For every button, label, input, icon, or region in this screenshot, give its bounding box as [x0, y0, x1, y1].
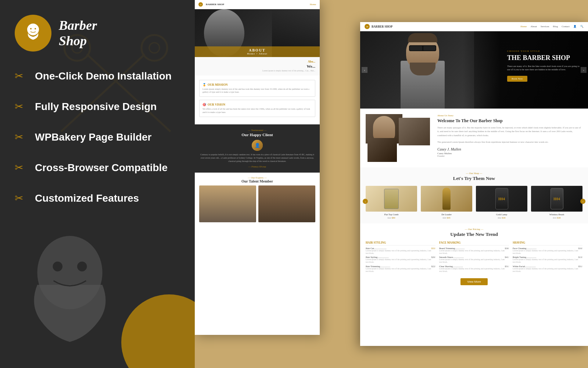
head	[406, 35, 439, 70]
pricing-cat-hair: HAIR STYLING	[366, 241, 435, 245]
shop-carousel-prev[interactable]: ‹	[363, 199, 368, 204]
pricing-item-beardtrimming: Beard Trimming................ Lorem ips…	[439, 247, 509, 255]
feature-item-responsive: ✂ Fully Responsive Design	[15, 100, 180, 113]
view-more-button[interactable]: View More	[460, 278, 488, 285]
mr-nav-services[interactable]: Services	[541, 25, 549, 28]
photo-3-content	[368, 138, 397, 162]
mr-about-text: About Us Story Welcome To The Our Barber…	[437, 114, 582, 162]
ml-nav-home: Home	[310, 3, 316, 6]
mr-about-desc-2: The generated Lorem Ipsum therefore alwa…	[437, 140, 582, 144]
pricing-item-clearshaving: Clear Shaving................. Lorem ips…	[439, 265, 509, 273]
mr-shop-section: — Our Shop — Let's Try Them Now Flat Top…	[360, 167, 588, 223]
mr-logo-icon: ✂	[365, 24, 370, 29]
mr-nav-search-icon[interactable]: 🔍	[580, 25, 584, 28]
feature-text-one-click: One-Click Demo Installation	[35, 70, 172, 82]
mr-about-title: Welcome To The Our Barber Shop	[437, 118, 582, 124]
product-visual-4: H04	[551, 188, 563, 209]
pricing-item-haircut-price: $55/	[431, 247, 435, 255]
mr-hero-desc: There are many of it. But the fake words…	[507, 64, 581, 72]
mr-nav-home[interactable]: Home	[520, 25, 527, 28]
mr-brand-name: BARBER SHOP	[372, 25, 392, 28]
ml-testimonial-title: Our Happy Client	[199, 132, 315, 137]
mr-about-photo-3	[368, 138, 397, 162]
ml-hero-breadcrumb: Home > About	[198, 52, 316, 55]
pricing-item-hairstyling-name: Hair Styling................... Lorem ip…	[366, 256, 431, 263]
carousel-prev-btn[interactable]: ‹	[362, 67, 368, 73]
mr-nav-blog[interactable]: Blog	[553, 25, 558, 28]
mr-nav-logo: ✂ BARBER SHOP	[365, 24, 392, 29]
mr-hero-btn[interactable]: Book Now	[507, 76, 527, 82]
brand-name: Barber Shop	[59, 18, 97, 49]
shop-carousel-next[interactable]: ›	[580, 199, 585, 204]
mr-hero-man-container	[371, 31, 474, 109]
feature-item-wpbakery: ✂ WPBakery Page Builder	[15, 131, 180, 143]
ml-hero-about-label: ABOUT Home > About	[195, 46, 320, 57]
pricing-item-hairstyling: Hair Styling................... Lorem ip…	[366, 256, 435, 263]
product-img-2	[421, 186, 472, 212]
mr-about-signature: Casey J. Mullen	[437, 147, 582, 151]
mr-about-photo-2	[399, 118, 430, 145]
product-price-1: $22 $80	[366, 216, 417, 219]
product-name-3: Gold Lamp	[476, 213, 527, 216]
svg-point-10	[30, 28, 32, 29]
beard-watermark-icon	[7, 232, 132, 346]
mr-hero-choose: CHOOSE YOUR STYLE	[507, 50, 581, 53]
pricing-cat-face: FACE MASKING	[439, 241, 509, 245]
pricing-item-clearshaving-name: Clear Shaving................. Lorem ips…	[439, 265, 505, 273]
ml-vision-card: 🎯 OUR VISION We offers a rock of all the…	[199, 100, 315, 117]
pricing-item-brighttuning-price: $13/	[578, 256, 582, 263]
ml-mission-card: 🏅 OUR MISSION Lorem ipsum simply dummy t…	[199, 80, 315, 97]
product-de-loader: De Loader $30 $45	[421, 186, 472, 219]
features-list: ✂ One-Click Demo Installation ✂ Fully Re…	[0, 59, 195, 234]
ml-mission-text: Lorem ipsum simply dummy text of the and…	[202, 88, 312, 94]
right-panel: ✂ BARBER SHOP Home ABOUT Home > About Ab…	[195, 0, 588, 368]
svg-point-8	[77, 262, 87, 272]
sunglasses	[409, 45, 436, 51]
pricing-item-hairtrimming: Hair Trimming................. Lorem ips…	[366, 265, 435, 273]
product-flat-top-comb: Flat Top Comb $22 $80	[366, 186, 417, 219]
mr-nav-about[interactable]: About	[530, 25, 537, 28]
pricing-item-smoothshave-price: $41/	[505, 256, 509, 263]
mr-nav-links: Home About Services Blog Contact 👤 🔍	[520, 25, 584, 28]
feature-item-crossbrowser: ✂ Cross-Browser Compatible	[15, 162, 180, 174]
product-name-2: De Loader	[421, 213, 472, 216]
ml-logo-icon: ✂	[198, 2, 203, 7]
left-panel: Barber Shop ✂ One-Click Demo Installatio…	[0, 0, 195, 368]
ml-about-label: Abo...	[199, 60, 315, 63]
mr-about-photos	[366, 114, 432, 162]
lens-right	[423, 46, 436, 50]
hair	[408, 33, 437, 42]
ml-team-photo-1	[199, 185, 256, 222]
pricing-item-whitefacial-price: $51/	[578, 265, 582, 273]
pricing-item-facecleaning: Face Cleaning................. Lorem ips…	[513, 247, 582, 255]
mr-shop-label: — Our Shop —	[366, 172, 582, 175]
scissors-icon-4: ✂	[15, 162, 28, 174]
pricing-item-beardtrimming-name: Beard Trimming................ Lorem ips…	[439, 247, 505, 255]
logo-area: Barber Shop	[0, 0, 195, 59]
mr-pricing-section: — Our Pricing — Update The New Trend HAI…	[360, 223, 588, 290]
mr-about-name: Casey Mullen	[437, 152, 582, 155]
pricing-item-hairtrimming-price: $22/	[431, 265, 435, 273]
carousel-next-btn[interactable]: ›	[581, 67, 587, 73]
target-icon: 🎯	[202, 103, 206, 106]
scissors-icon-2: ✂	[15, 100, 28, 113]
scissors-icon-3: ✂	[15, 131, 28, 143]
mr-nav-contact[interactable]: Contact	[562, 25, 570, 28]
product-visual-1	[384, 189, 399, 209]
mr-about-desc-1: There are many passages of it. But the m…	[437, 126, 582, 137]
product-img-3: H04	[476, 186, 527, 212]
mr-nav-user-icon[interactable]: 👤	[573, 25, 577, 28]
svg-point-11	[35, 28, 36, 29]
ml-mission-section: 🏅 OUR MISSION Lorem ipsum simply dummy t…	[195, 75, 320, 125]
mr-about-role: Founder	[437, 155, 582, 157]
pricing-item-hairtrimming-name: Hair Trimming................. Lorem ips…	[366, 265, 431, 273]
product-visual-2	[442, 188, 451, 210]
pricing-item-whitefacial-name: White Facial.................. Lorem ips…	[513, 265, 578, 273]
pricing-item-beardtrimming-price: $30/	[505, 247, 509, 255]
ml-team-title: Our Talent Member	[199, 179, 315, 183]
mr-hero: CHOOSE YOUR STYLE THE BARBER SHOP There …	[360, 31, 588, 109]
mr-pricing-cols: HAIR STYLING Hair Cut...................…	[366, 241, 582, 274]
ml-about-section: Abo... We... Lorem ipsum is simply dummy…	[195, 57, 320, 75]
mr-hero-text: CHOOSE YOUR STYLE THE BARBER SHOP There …	[507, 50, 581, 82]
product-name-1: Flat Top Comb	[366, 213, 417, 216]
